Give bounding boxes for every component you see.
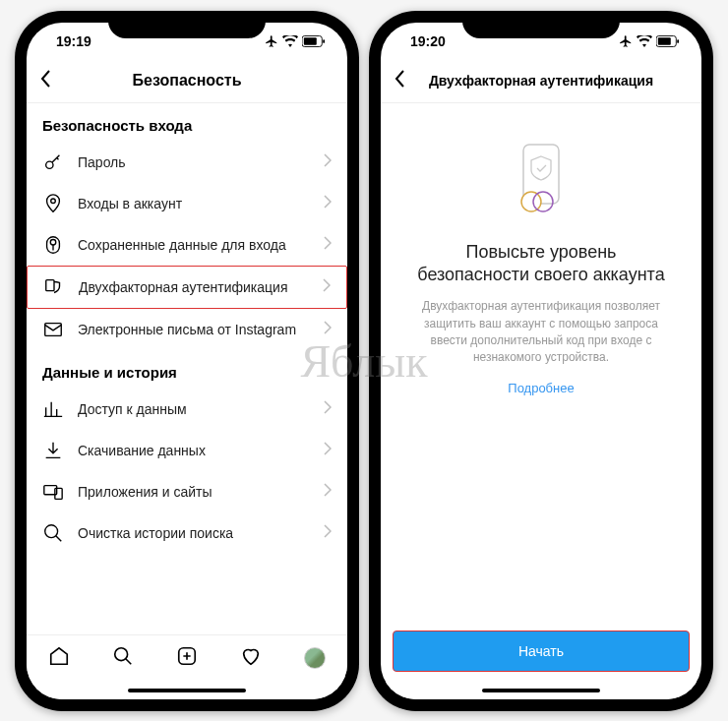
row-label: Очистка истории поиска bbox=[78, 525, 310, 541]
home-icon bbox=[48, 645, 70, 667]
status-time: 19:20 bbox=[410, 33, 446, 49]
nav-header: Безопасность bbox=[27, 60, 347, 103]
svg-point-5 bbox=[50, 239, 56, 245]
avatar bbox=[304, 647, 326, 669]
plus-square-icon bbox=[176, 645, 198, 667]
tfa-content: Повысьте уровень безопасности своего акк… bbox=[381, 103, 701, 631]
home-indicator[interactable] bbox=[381, 682, 701, 699]
download-icon bbox=[42, 440, 64, 461]
nav-search[interactable] bbox=[112, 645, 134, 671]
svg-rect-7 bbox=[46, 279, 54, 290]
nav-activity[interactable] bbox=[240, 645, 262, 671]
two-factor-illustration bbox=[512, 143, 571, 221]
chevron-right-icon bbox=[324, 483, 332, 501]
start-button[interactable]: Начать bbox=[393, 631, 690, 672]
chevron-right-icon bbox=[324, 236, 332, 254]
row-apps-sites[interactable]: Приложения и сайты bbox=[27, 471, 347, 512]
chevron-right-icon bbox=[324, 442, 332, 459]
svg-point-12 bbox=[115, 648, 128, 661]
tfa-description: Двухфакторная аутентификация позволяет з… bbox=[400, 298, 682, 367]
keyhole-icon bbox=[42, 234, 64, 256]
battery-icon bbox=[656, 35, 680, 47]
section-header-login: Безопасность входа bbox=[27, 103, 347, 142]
svg-point-3 bbox=[46, 161, 53, 168]
row-label: Двухфакторная аутентификация bbox=[79, 279, 309, 295]
mail-icon bbox=[42, 319, 64, 340]
row-label: Электронные письма от Instagram bbox=[78, 322, 310, 337]
notch bbox=[108, 11, 266, 38]
shield-icon bbox=[43, 276, 65, 298]
chevron-left-icon bbox=[394, 70, 405, 88]
battery-icon bbox=[302, 35, 326, 47]
key-icon bbox=[42, 151, 64, 173]
svg-rect-16 bbox=[677, 39, 679, 43]
chevron-left-icon bbox=[40, 70, 51, 88]
chevron-right-icon bbox=[324, 195, 332, 212]
more-link[interactable]: Подробнее bbox=[508, 381, 574, 395]
phone-two-factor: 19:20 Двухфакторная аутентификация bbox=[369, 11, 713, 711]
row-data-access[interactable]: Доступ к данным bbox=[27, 389, 347, 430]
row-label: Скачивание данных bbox=[78, 443, 310, 458]
back-button[interactable] bbox=[40, 70, 51, 91]
notch bbox=[462, 11, 620, 38]
row-label: Входы в аккаунт bbox=[78, 196, 310, 211]
nav-add[interactable] bbox=[176, 645, 198, 671]
svg-point-4 bbox=[51, 198, 56, 203]
chevron-right-icon bbox=[324, 153, 332, 171]
home-indicator[interactable] bbox=[27, 682, 347, 699]
wifi-icon bbox=[282, 35, 298, 47]
page-title: Двухфакторная аутентификация bbox=[429, 73, 653, 89]
svg-rect-8 bbox=[45, 323, 62, 335]
svg-rect-1 bbox=[304, 37, 317, 44]
airplane-icon bbox=[619, 34, 633, 48]
svg-rect-2 bbox=[323, 39, 325, 43]
nav-header: Двухфакторная аутентификация bbox=[381, 60, 701, 103]
chevron-right-icon bbox=[324, 524, 332, 542]
airplane-icon bbox=[265, 34, 278, 48]
svg-point-18 bbox=[521, 192, 541, 211]
chevron-right-icon bbox=[323, 278, 331, 296]
search-icon bbox=[42, 522, 64, 544]
row-password[interactable]: Пароль bbox=[27, 142, 347, 183]
row-label: Доступ к данным bbox=[78, 401, 310, 417]
row-label: Пароль bbox=[78, 154, 310, 170]
section-header-data: Данные и история bbox=[27, 350, 347, 389]
row-label: Приложения и сайты bbox=[78, 484, 310, 500]
wifi-icon bbox=[637, 35, 652, 47]
row-download-data[interactable]: Скачивание данных bbox=[27, 430, 347, 471]
svg-rect-15 bbox=[658, 37, 671, 44]
status-time: 19:19 bbox=[56, 33, 91, 49]
row-emails[interactable]: Электронные письма от Instagram bbox=[27, 309, 347, 350]
bottom-nav bbox=[27, 634, 347, 682]
location-icon bbox=[42, 193, 64, 214]
chart-icon bbox=[42, 398, 64, 420]
search-icon bbox=[112, 645, 134, 667]
start-button-label: Начать bbox=[518, 643, 564, 659]
row-label: Сохраненные данные для входа bbox=[78, 237, 310, 253]
tfa-heading: Повысьте уровень безопасности своего акк… bbox=[400, 241, 682, 287]
chevron-right-icon bbox=[324, 321, 332, 338]
row-saved-login[interactable]: Сохраненные данные для входа bbox=[27, 224, 347, 266]
nav-home[interactable] bbox=[48, 645, 70, 671]
svg-point-11 bbox=[45, 524, 58, 537]
phone-security: 19:19 Безопасность Безопасность входа Па… bbox=[15, 11, 359, 711]
back-button[interactable] bbox=[394, 70, 405, 91]
row-two-factor[interactable]: Двухфакторная аутентификация bbox=[27, 266, 347, 309]
heart-icon bbox=[240, 645, 262, 667]
devices-icon bbox=[42, 481, 64, 503]
row-logins[interactable]: Входы в аккаунт bbox=[27, 183, 347, 224]
security-content: Безопасность входа Пароль Входы в аккаун… bbox=[27, 103, 347, 634]
nav-profile[interactable] bbox=[304, 647, 326, 669]
chevron-right-icon bbox=[324, 400, 332, 418]
page-title: Безопасность bbox=[133, 72, 242, 90]
row-clear-search[interactable]: Очистка истории поиска bbox=[27, 512, 347, 554]
svg-rect-10 bbox=[55, 488, 62, 499]
